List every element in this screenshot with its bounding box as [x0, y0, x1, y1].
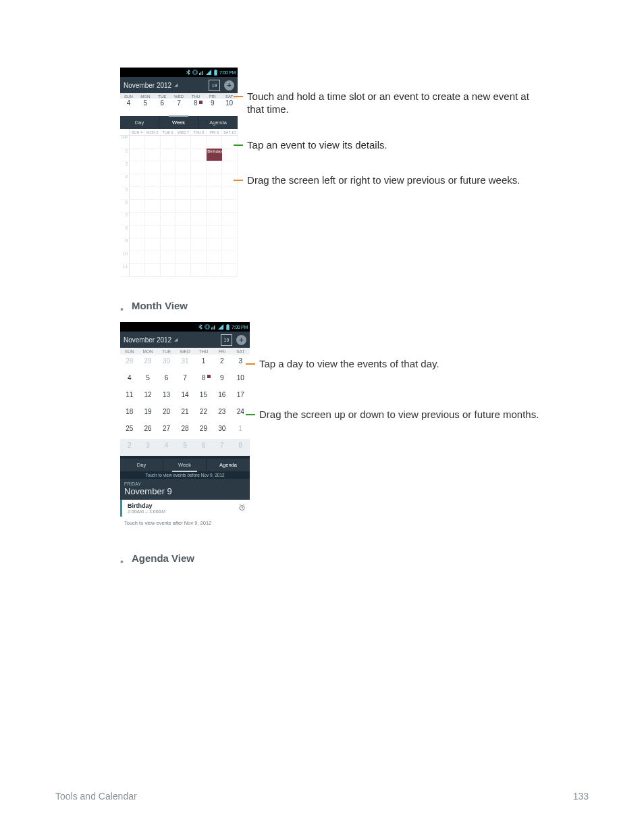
event-time: 2:00AM – 3:00AM: [128, 509, 165, 514]
selected-day-header: FRIDAY November 9: [120, 479, 250, 500]
add-event-button[interactable]: +: [236, 335, 246, 345]
view-tabs: Day Week Agenda: [120, 459, 250, 471]
network-icon: [211, 324, 217, 330]
annotation-text: Drag the screen left or right to view pr…: [247, 174, 520, 186]
month-day-cell[interactable]: 20: [157, 405, 176, 422]
month-day-cell[interactable]: 4: [120, 371, 138, 388]
svg-line-20: [244, 504, 245, 505]
svg-rect-6: [215, 70, 216, 70]
svg-line-19: [240, 504, 241, 505]
month-day-cell[interactable]: 2: [213, 355, 231, 371]
month-day-cell[interactable]: 10: [232, 371, 250, 388]
add-event-button[interactable]: +: [224, 80, 234, 90]
month-day-cell[interactable]: 11: [120, 388, 138, 405]
week-grid[interactable]: SUN 4MON 5TUE 6WED 7THU 8FRI 9SAT 10 1AM…: [120, 129, 238, 277]
annotation-text: Drag the screen up or down to view previ…: [259, 409, 539, 420]
tab-week[interactable]: Week: [163, 459, 207, 471]
dropdown-icon: ◢: [174, 337, 178, 342]
signal-icon: [206, 70, 211, 75]
month-day-cell[interactable]: 19: [138, 405, 157, 422]
vibrate-icon: [205, 324, 210, 330]
week-day-numbers: 45678910: [120, 99, 238, 116]
bluetooth-icon: [186, 70, 191, 75]
month-title[interactable]: November 2012: [124, 336, 171, 344]
month-day-cell[interactable]: 4: [157, 439, 176, 456]
month-day-cell[interactable]: 13: [157, 388, 176, 405]
month-day-cell[interactable]: 8: [194, 371, 213, 388]
alarm-icon: [238, 504, 246, 513]
tab-week[interactable]: Week: [159, 116, 198, 129]
month-day-cell[interactable]: 5: [176, 439, 194, 456]
page-footer: Tools and Calendar 133: [0, 791, 644, 802]
month-day-cell[interactable]: 27: [157, 422, 176, 439]
svg-rect-11: [211, 328, 212, 330]
vibrate-icon: [192, 70, 198, 75]
touch-after-hint[interactable]: Touch to view events after Nov 9, 2012: [120, 517, 250, 529]
month-day-cell[interactable]: 1: [232, 422, 250, 439]
annotation-text: Touch and hold a time slot or an event t…: [247, 90, 529, 115]
tab-agenda[interactable]: Agenda: [198, 116, 238, 129]
month-day-cell[interactable]: 12: [138, 388, 157, 405]
month-day-cell[interactable]: 5: [138, 371, 157, 388]
month-day-cell[interactable]: 30: [213, 422, 231, 439]
month-grid[interactable]: SUNMONTUEWEDTHUFRISAT 282930311234567891…: [120, 348, 250, 456]
event-title: Birthday: [128, 502, 165, 509]
tab-day[interactable]: Day: [120, 459, 163, 471]
month-day-cell[interactable]: 29: [194, 422, 213, 439]
annotation-text: Tap an event to view its details.: [247, 139, 387, 151]
svg-rect-4: [200, 72, 201, 76]
month-day-cell[interactable]: 14: [176, 388, 194, 405]
tab-agenda[interactable]: Agenda: [207, 459, 250, 471]
today-button[interactable]: 19: [209, 80, 220, 91]
month-day-cell[interactable]: 25: [120, 422, 138, 439]
svg-rect-3: [199, 73, 200, 75]
battery-icon: [225, 324, 230, 330]
month-annotations: Tap a day to view the events of that day…: [255, 322, 539, 444]
month-day-cell[interactable]: 9: [213, 371, 231, 388]
touch-before-hint[interactable]: Touch to view events before Nov 9, 2012: [120, 471, 250, 479]
svg-rect-5: [202, 71, 203, 75]
month-day-cell[interactable]: 29: [138, 355, 157, 371]
section-agenda-view: Agenda View: [120, 548, 543, 575]
battery-icon: [213, 70, 218, 75]
month-day-cell[interactable]: 28: [176, 422, 194, 439]
month-day-cell[interactable]: 26: [138, 422, 157, 439]
section-month-view: Month View: [120, 296, 543, 322]
status-time: 7:00 PM: [219, 70, 236, 75]
month-day-cell[interactable]: 8: [232, 439, 250, 456]
week-day-labels: SUNMONTUEWEDTHUFRISAT: [120, 93, 238, 99]
month-day-cell[interactable]: 18: [120, 405, 138, 422]
month-title[interactable]: November 2012: [124, 82, 171, 89]
month-day-cell[interactable]: 7: [213, 439, 231, 456]
svg-rect-14: [227, 324, 228, 325]
tab-day[interactable]: Day: [120, 116, 159, 129]
month-day-cell[interactable]: 6: [194, 439, 213, 456]
calendar-titlebar: November 2012 ◢ 19 +: [120, 332, 250, 348]
month-day-cell[interactable]: 21: [176, 405, 194, 422]
network-icon: [199, 70, 205, 75]
phone-week-view: 7:00 PM November 2012 ◢ 19 + SUNMONTUEWE…: [120, 68, 238, 277]
phone-month-view: 7:00 PM November 2012 ◢ 19 + SUNMONTUEWE…: [120, 322, 250, 529]
status-time: 7:00 PM: [232, 325, 248, 330]
month-day-cell[interactable]: 16: [213, 388, 231, 405]
month-day-cell[interactable]: 1: [194, 355, 213, 371]
month-day-cell[interactable]: 22: [194, 405, 213, 422]
month-day-cell[interactable]: 28: [120, 355, 138, 371]
today-button[interactable]: 19: [221, 334, 232, 346]
month-day-cell[interactable]: 15: [194, 388, 213, 405]
svg-rect-12: [213, 327, 213, 330]
dropdown-icon: ◢: [174, 82, 178, 88]
month-day-cell[interactable]: 6: [157, 371, 176, 388]
month-day-cell[interactable]: 23: [213, 405, 231, 422]
footer-title: Tools and Calendar: [55, 791, 137, 802]
month-day-cell[interactable]: 3: [138, 439, 157, 456]
svg-rect-15: [226, 325, 229, 330]
month-day-cell[interactable]: 30: [157, 355, 176, 371]
month-day-cell[interactable]: 7: [176, 371, 194, 388]
week-event[interactable]: Birthday: [207, 149, 222, 161]
month-day-cell[interactable]: 2: [120, 439, 138, 456]
event-row[interactable]: Birthday 2:00AM – 3:00AM: [120, 500, 250, 517]
status-bar: 7:00 PM: [120, 68, 238, 77]
month-day-cell[interactable]: 17: [232, 388, 250, 405]
month-day-cell[interactable]: 31: [176, 355, 194, 371]
